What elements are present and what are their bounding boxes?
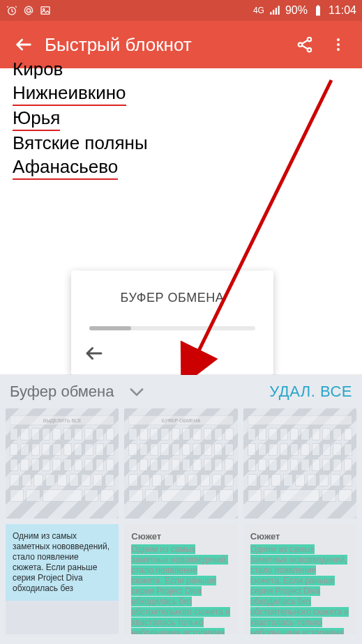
svg-point-8 bbox=[308, 48, 311, 52]
battery-icon bbox=[312, 4, 324, 17]
clipboard-popup: БУФЕР ОБМЕНА bbox=[71, 270, 273, 375]
clipboard-panel-title: Буфер обмена bbox=[10, 383, 114, 401]
back-button[interactable] bbox=[7, 28, 40, 61]
signal-icon bbox=[269, 4, 281, 17]
snippet-title: Сюжет bbox=[250, 531, 349, 542]
popup-back-button[interactable] bbox=[84, 343, 106, 365]
clipboard-item[interactable]: Сюжет Одним из самых заметных нововведен… bbox=[243, 524, 356, 634]
svg-point-9 bbox=[337, 38, 340, 41]
at-icon bbox=[22, 4, 35, 17]
collapse-button[interactable] bbox=[127, 382, 146, 401]
editor-line: Вятские поляны bbox=[13, 131, 349, 155]
image-icon bbox=[39, 4, 52, 17]
editor-line: Киров bbox=[13, 57, 349, 81]
editor-line: Афанасьево bbox=[13, 155, 349, 180]
svg-rect-4 bbox=[316, 6, 320, 16]
delete-all-button[interactable]: УДАЛ. ВСЕ bbox=[269, 383, 352, 401]
clipboard-item[interactable] bbox=[243, 408, 356, 519]
thumb-label: ВЫДЕЛИТЬ ВСЕ bbox=[10, 415, 114, 425]
clipboard-item[interactable]: Сюжет Одним из самых заметных нововведен… bbox=[124, 524, 237, 634]
clipboard-panel-header: Буфер обмена УДАЛ. ВСЕ bbox=[0, 375, 362, 408]
clipboard-panel: Буфер обмена УДАЛ. ВСЕ ВЫДЕЛИТЬ ВСЕ БУФЕ… bbox=[0, 375, 362, 644]
svg-point-6 bbox=[308, 38, 311, 41]
clipboard-item[interactable]: Одним из самых заметных нововведений, ст… bbox=[6, 524, 119, 634]
svg-rect-5 bbox=[317, 6, 319, 7]
thumb-label: БУФЕР ОБМЕНА bbox=[128, 415, 233, 425]
svg-point-11 bbox=[337, 48, 340, 51]
overflow-menu-button[interactable] bbox=[322, 28, 355, 61]
clock: 11:04 bbox=[329, 4, 356, 17]
editor-line: Юрья bbox=[13, 106, 349, 131]
app-title: Быстрый блокнот bbox=[40, 34, 288, 56]
popup-caption: БУФЕР ОБМЕНА bbox=[84, 286, 261, 309]
clipboard-item[interactable]: ВЫДЕЛИТЬ ВСЕ bbox=[6, 408, 119, 519]
snippet-body: Одним из самых заметных нововведений, ст… bbox=[131, 544, 230, 634]
network-label: 4G bbox=[253, 7, 264, 14]
note-editor[interactable]: Киров Нижнеивкино Юрья Вятские поляны Аф… bbox=[0, 68, 362, 378]
svg-point-1 bbox=[27, 8, 30, 12]
clipboard-item[interactable]: БУФЕР ОБМЕНА bbox=[124, 408, 237, 519]
battery-percent: 90% bbox=[285, 4, 308, 17]
status-bar: 4G 90% 11:04 bbox=[0, 0, 362, 21]
snippet-title: Сюжет bbox=[131, 531, 230, 542]
clipboard-snippet-text: Одним из самых заметных нововведений, ст… bbox=[6, 524, 119, 601]
snippet-body: Одним из самых заметных нововведений, ст… bbox=[250, 544, 349, 634]
svg-rect-2 bbox=[41, 7, 50, 15]
editor-line: Нижнеивкино bbox=[13, 81, 349, 106]
alarm-icon bbox=[6, 4, 18, 17]
thumb-label bbox=[248, 415, 352, 425]
svg-point-10 bbox=[337, 43, 340, 46]
share-button[interactable] bbox=[288, 28, 322, 61]
svg-point-7 bbox=[299, 43, 302, 46]
popup-scroll-indicator bbox=[89, 326, 255, 330]
